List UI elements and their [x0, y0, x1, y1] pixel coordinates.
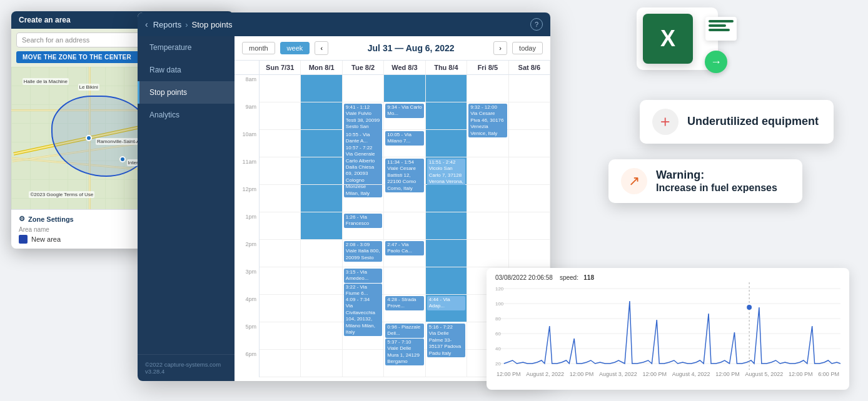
cell-tue-8am[interactable]	[343, 75, 384, 102]
cell-tue-6pm[interactable]	[343, 350, 384, 377]
cal-next-button[interactable]: ›	[493, 41, 507, 55]
sidebar-item-analytics[interactable]: Analytics	[138, 104, 235, 126]
help-button[interactable]: ?	[530, 18, 543, 31]
cell-wed-5pm[interactable]: 0:96 - Piazzale Dell... 5:37 - 7:10Viale…	[384, 322, 425, 350]
cell-thu-4pm[interactable]: 4:44 - Via Adap...	[426, 295, 467, 322]
cell-wed-1pm[interactable]	[384, 212, 425, 240]
cell-sat-10am[interactable]	[509, 130, 550, 157]
cell-sun-6pm[interactable]	[260, 350, 301, 377]
event-wed-9am[interactable]: 9:34 - Via Carlo Mo...	[385, 104, 423, 118]
cell-thu-9am[interactable]	[426, 102, 467, 130]
cell-thu-2pm[interactable]	[426, 240, 467, 267]
event-wed-2pm[interactable]: 2:47 - Via Paolo Ca...	[385, 241, 423, 255]
today-button[interactable]: today	[512, 42, 543, 54]
week-toggle-button[interactable]: week	[280, 42, 310, 54]
cell-tue-3pm[interactable]: 3:15 - Via Amedeo... 3:22 - Via Fiume 6.…	[343, 267, 384, 295]
event-wed-5pm[interactable]: 0:96 - Piazzale Dell...	[385, 324, 423, 338]
cell-wed-2pm[interactable]: 2:47 - Via Paolo Ca...	[384, 240, 425, 267]
cell-thu-3pm[interactable]	[426, 267, 467, 295]
cell-tue-1pm[interactable]: 1:26 - Via Francesco	[343, 212, 384, 240]
cell-sat-12pm[interactable]	[509, 185, 550, 212]
breadcrumb-reports[interactable]: Reports	[153, 20, 182, 29]
event-wed-4pm[interactable]: 4:28 - Strada Prove...	[385, 296, 423, 310]
cell-thu-6pm[interactable]	[426, 350, 467, 377]
cell-thu-10am[interactable]	[426, 130, 467, 157]
nav-back-button[interactable]: ‹	[145, 19, 148, 29]
cell-wed-9am[interactable]: 9:34 - Via Carlo Mo...	[384, 102, 425, 130]
chart-x-label-7: 12:00 PM	[715, 371, 740, 377]
cell-fri-11am[interactable]	[467, 157, 508, 185]
cell-thu-12pm[interactable]	[426, 185, 467, 212]
cell-wed-8am[interactable]	[384, 75, 425, 102]
cell-mon-1pm[interactable]	[301, 212, 342, 240]
cell-sat-8am[interactable]	[509, 75, 550, 102]
cell-sat-2pm[interactable]	[509, 240, 550, 267]
breadcrumb: Reports › Stop points	[153, 20, 233, 29]
event-tue-2pm[interactable]: 2:08 - 3:09Viale Italia 800, 20099 Sesto	[344, 241, 382, 262]
cell-mon-4pm[interactable]	[301, 295, 342, 322]
cell-tue-10am[interactable]: 10:55 - Via Dante A...10:57 - 7:22Via Ge…	[343, 130, 384, 157]
cal-prev-button[interactable]: ‹	[315, 41, 328, 55]
cell-thu-8am[interactable]	[426, 75, 467, 102]
cell-tue-2pm[interactable]: 2:08 - 3:09Viale Italia 800, 20099 Sesto	[343, 240, 384, 267]
cell-sun-2pm[interactable]	[260, 240, 301, 267]
sidebar-item-rawdata[interactable]: Raw data	[138, 59, 235, 81]
cell-mon-12pm[interactable]	[301, 185, 342, 212]
cell-thu-5pm[interactable]: 5:16 - 7:22Via Delle Palme 33-35137 Pado…	[426, 322, 467, 350]
cell-sun-12pm[interactable]	[260, 185, 301, 212]
sidebar-item-temperature[interactable]: Temperature	[138, 36, 235, 59]
event-wed-10am[interactable]: 10:05 - Via Milano 7...	[385, 131, 423, 146]
cell-sat-11am[interactable]	[509, 157, 550, 185]
chart-tooltip-date: 03/08/2022 20:06:58 speed: 118	[495, 274, 840, 281]
cell-sun-10am[interactable]	[260, 130, 301, 157]
cell-wed-12pm[interactable]	[384, 185, 425, 212]
event-tue-1pm[interactable]: 1:26 - Via Francesco	[344, 214, 382, 228]
cell-sun-4pm[interactable]	[260, 295, 301, 322]
cell-sun-8am[interactable]	[260, 75, 301, 102]
cell-thu-1pm[interactable]	[426, 212, 467, 240]
time-header	[235, 61, 260, 74]
area-color-swatch	[19, 235, 28, 244]
cell-sun-9am[interactable]	[260, 102, 301, 130]
excel-line-3	[709, 29, 730, 31]
cell-mon-10am[interactable]	[301, 130, 342, 157]
cell-wed-3pm[interactable]	[384, 267, 425, 295]
cell-fri-2pm[interactable]	[467, 240, 508, 267]
cell-sat-9am[interactable]	[509, 102, 550, 130]
event-tue-3pm[interactable]: 3:15 - Via Amedeo...	[344, 269, 382, 283]
cell-wed-10am[interactable]: 10:05 - Via Milano 7...	[384, 130, 425, 157]
cell-sun-3pm[interactable]	[260, 267, 301, 295]
cell-fri-1pm[interactable]	[467, 212, 508, 240]
cell-thu-11am[interactable]: 11:51 - 2:42Vicolo San Carlo 7, 37128 Ve…	[426, 157, 467, 185]
chart-x-label-2: August 2, 2022	[526, 371, 564, 377]
cell-fri-10am[interactable]	[467, 130, 508, 157]
cell-fri-8am[interactable]	[467, 75, 508, 102]
cell-wed-11am[interactable]: 11:34 - 1:54Viale Cesare Battisti 12, 22…	[384, 157, 425, 185]
cell-wed-4pm[interactable]: 4:28 - Strada Prove...	[384, 295, 425, 322]
cell-tue-5pm[interactable]	[343, 322, 384, 350]
cell-tue-12pm[interactable]	[343, 185, 384, 212]
cell-mon-3pm[interactable]	[301, 267, 342, 295]
map-title: Create an area	[19, 16, 71, 24]
cell-sun-1pm[interactable]	[260, 212, 301, 240]
cell-mon-6pm[interactable]	[301, 350, 342, 377]
cell-sat-1pm[interactable]	[509, 212, 550, 240]
cell-mon-8am[interactable]	[301, 75, 342, 102]
month-toggle-button[interactable]: month	[242, 42, 275, 54]
calendar-toolbar: month week ‹ Jul 31 — Aug 6, 2022 › toda…	[235, 36, 550, 61]
cell-tue-9am[interactable]: 9:41 - 1:12Viale Fulvio Testi 38, 20099 …	[343, 102, 384, 130]
cell-mon-9am[interactable]	[301, 102, 342, 130]
cell-mon-5pm[interactable]	[301, 322, 342, 350]
cell-mon-11am[interactable]	[301, 157, 342, 185]
cell-tue-11am[interactable]	[343, 157, 384, 185]
event-thu-4pm[interactable]: 4:44 - Via Adap...	[427, 296, 465, 310]
cell-sun-11am[interactable]	[260, 157, 301, 185]
cell-fri-12pm[interactable]	[467, 185, 508, 212]
cell-tue-4pm[interactable]: 4:09 - 7:34Via Civitavecchia 104, 20132,…	[343, 295, 384, 322]
cell-fri-9am[interactable]: 9:32 - 12:00Via Cesare Piva 46, 30176 Ve…	[467, 102, 508, 130]
cell-mon-2pm[interactable]	[301, 240, 342, 267]
excel-arrow-icon: →	[710, 56, 722, 69]
sidebar-item-stoppoints[interactable]: Stop points	[138, 81, 235, 104]
cell-wed-6pm[interactable]	[384, 350, 425, 377]
cell-sun-5pm[interactable]	[260, 322, 301, 350]
